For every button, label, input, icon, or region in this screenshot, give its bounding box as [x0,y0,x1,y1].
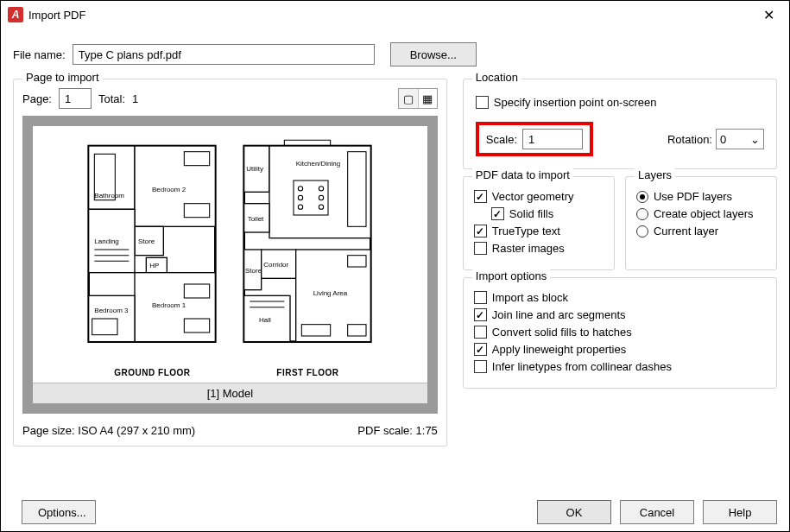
current-layer-label: Current layer [654,225,718,238]
ok-button[interactable]: OK [537,500,611,524]
insertion-point-checkbox[interactable] [476,96,489,109]
svg-text:Bedroom 1: Bedroom 1 [152,301,186,308]
layers-legend: Layers [635,168,675,181]
import-pdf-dialog: A Import PDF ✕ File name: Browse... Page… [0,0,790,532]
total-label: Total: [98,92,125,105]
vector-geometry-label: Vector geometry [492,190,574,203]
import-options-group: Import options Import as block Join line… [463,277,777,389]
titlebar: A Import PDF ✕ [1,1,789,28]
pdf-data-legend: PDF data to import [472,168,573,181]
location-group: Location Specify insertion point on-scre… [463,79,777,169]
svg-text:Utility: Utility [247,165,264,173]
scale-input[interactable] [522,129,583,149]
svg-text:Corridor: Corridor [264,261,289,269]
view-toggle: ▢ ▦ [398,88,438,109]
truetype-checkbox[interactable] [474,225,487,238]
lineweight-checkbox[interactable] [474,343,487,356]
window-title: Import PDF [28,9,85,22]
solid-fills-label: Solid fills [509,207,553,220]
svg-text:Bedroom 3: Bedroom 3 [95,307,130,314]
total-value: 1 [132,92,138,105]
current-layer-radio[interactable] [636,225,648,238]
raster-images-checkbox[interactable] [474,242,487,255]
truetype-label: TrueType text [492,225,560,238]
pdf-data-group: PDF data to import Vector geometry Solid… [463,176,615,270]
ground-floor-label: GROUND FLOOR [83,368,221,377]
use-pdf-layers-label: Use PDF layers [654,190,732,203]
close-icon[interactable]: ✕ [755,7,782,23]
page-to-import-group: Page to import Page: Total: 1 ▢ ▦ [13,79,447,446]
svg-text:Kitchen/Dining: Kitchen/Dining [296,159,341,167]
vector-geometry-checkbox[interactable] [474,190,487,203]
filename-input[interactable] [73,44,375,65]
preview-caption: [1] Model [33,383,427,403]
import-options-legend: Import options [472,269,550,282]
svg-text:Bedroom 2: Bedroom 2 [152,186,186,193]
svg-text:Hall: Hall [259,316,271,324]
lineweight-label: Apply lineweight properties [492,343,626,356]
layers-group: Layers Use PDF layers Create object laye… [625,176,777,270]
options-button[interactable]: Options... [22,500,96,524]
page-label: Page: [22,92,52,105]
page-number-input[interactable] [59,88,92,109]
pdf-preview[interactable]: Bathroom Bedroom 2 Store Landing [22,116,438,414]
import-as-block-label: Import as block [492,291,568,304]
browse-button[interactable]: Browse... [390,42,477,66]
svg-text:Living Area: Living Area [313,289,348,297]
pdf-scale-label: PDF scale: 1:75 [357,424,438,437]
svg-text:Store: Store [245,266,262,274]
page-size-label: Page size: ISO A4 (297 x 210 mm) [22,424,195,437]
filename-label: File name: [13,48,66,61]
create-object-layers-radio[interactable] [636,208,648,220]
use-pdf-layers-radio[interactable] [636,191,648,203]
convert-hatches-checkbox[interactable] [474,326,487,339]
page-group-legend: Page to import [22,71,103,84]
create-object-layers-label: Create object layers [654,207,754,220]
floorplan-ground: Bathroom Bedroom 2 Store Landing [83,137,221,377]
infer-linetypes-label: Infer linetypes from collinear dashes [492,360,672,373]
convert-hatches-label: Convert solid fills to hatches [492,326,632,339]
rotation-select[interactable]: 0 ⌄ [716,129,764,149]
join-segments-checkbox[interactable] [474,308,487,321]
grid-view-icon[interactable]: ▦ [418,89,437,108]
raster-images-label: Raster images [492,242,565,255]
scale-highlight: Scale: [476,122,593,156]
floorplan-first: Utility Kitchen/Dining Toilet [238,137,376,377]
svg-text:Store: Store [138,238,155,245]
svg-text:HP: HP [150,262,160,269]
join-segments-label: Join line and arc segments [492,308,626,321]
rotation-value: 0 [720,133,726,146]
infer-linetypes-checkbox[interactable] [474,360,487,373]
chevron-down-icon: ⌄ [750,133,760,146]
rotation-label: Rotation: [667,133,712,146]
app-icon: A [8,7,23,22]
insertion-point-label: Specify insertion point on-screen [494,96,657,109]
svg-text:Bathroom: Bathroom [95,192,125,200]
help-button[interactable]: Help [703,500,777,524]
single-view-icon[interactable]: ▢ [399,89,418,108]
first-floor-label: FIRST FLOOR [238,368,376,377]
cancel-button[interactable]: Cancel [620,500,694,524]
solid-fills-checkbox[interactable] [491,207,504,220]
import-as-block-checkbox[interactable] [474,291,487,304]
svg-text:Toilet: Toilet [248,214,264,222]
scale-label: Scale: [486,133,517,146]
location-legend: Location [472,71,521,84]
svg-text:Landing: Landing [95,238,119,245]
